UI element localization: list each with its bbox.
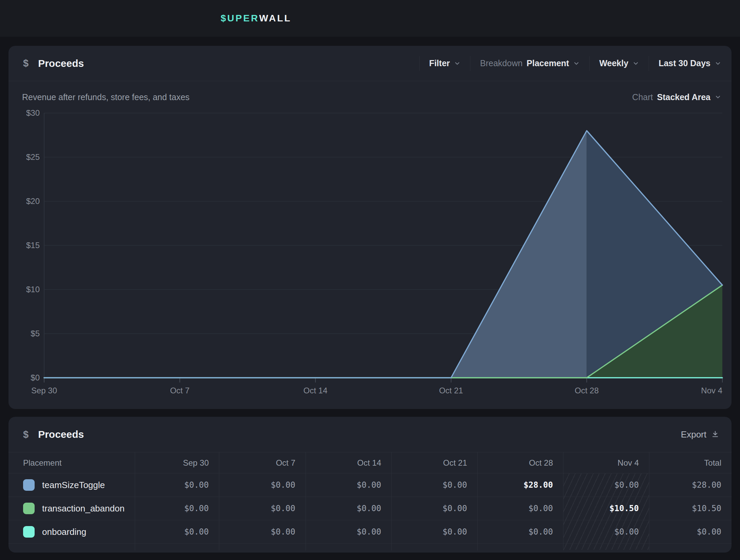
table-card-title: Proceeds — [38, 429, 84, 440]
y-tick-label: $30 — [8, 108, 40, 118]
placement-name: onboarding — [42, 527, 86, 537]
value-cell: $10.50 — [649, 497, 732, 520]
table-row: teamSizeToggle$0.00$0.00$0.00$0.00$28.00… — [8, 473, 732, 497]
table-header-row: PlacementSep 30Oct 7Oct 14Oct 21Oct 28No… — [8, 452, 732, 473]
column-header: Total — [649, 452, 732, 473]
value-cell: $0.00 — [306, 497, 391, 520]
y-tick-label: $10 — [8, 285, 40, 294]
value-cell: $28.00 — [477, 473, 563, 497]
column-header: Sep 30 — [135, 452, 219, 473]
x-tick-label: Oct 14 — [303, 386, 328, 395]
value-cell: $0.00 — [477, 520, 563, 543]
placement-cell[interactable]: transaction_abandon — [8, 497, 135, 520]
topbar: $UPERWALL — [0, 0, 740, 37]
placement-cell[interactable]: teamSizeToggle — [8, 473, 135, 497]
logo-accent: $UPER — [221, 13, 259, 24]
export-label: Export — [681, 429, 706, 440]
column-header: Oct 7 — [219, 452, 306, 473]
placement-name: teamSizeToggle — [42, 480, 105, 490]
value-cell: $10.50 — [563, 497, 649, 520]
value-cell: $0.00 — [306, 473, 391, 497]
export-button[interactable]: Export — [679, 417, 721, 452]
dollar-icon: $ — [23, 429, 29, 440]
x-tick-label: Oct 7 — [170, 386, 189, 395]
proceeds-chart-card: $ Proceeds Filter Breakdown Placement We… — [8, 46, 732, 409]
x-tick-label: Nov 4 — [701, 386, 722, 395]
page: $UPERWALL $ Proceeds Filter Breakdown Pl… — [0, 0, 740, 560]
value-cell: $28.00 — [649, 473, 732, 497]
column-header: Oct 14 — [306, 452, 391, 473]
column-header: Placement — [8, 452, 135, 473]
column-header: Nov 4 — [563, 452, 649, 473]
value-cell: $0.00 — [391, 520, 477, 543]
y-tick-label: $5 — [8, 329, 40, 338]
y-tick-label: $25 — [8, 152, 40, 162]
series-color-chip — [23, 503, 35, 514]
y-tick-label: $0 — [8, 373, 40, 382]
y-tick-label: $15 — [8, 241, 40, 250]
table-card-header: $ Proceeds Export — [8, 417, 732, 452]
table-row: onboarding$0.00$0.00$0.00$0.00$0.00$0.00… — [8, 520, 732, 544]
logo-rest: WALL — [259, 13, 291, 24]
value-cell: $0.00 — [135, 520, 219, 543]
value-cell: $0.00 — [219, 497, 306, 520]
table-card-title-group: $ Proceeds — [8, 429, 84, 440]
value-cell: $0.00 — [477, 497, 563, 520]
placement-name: transaction_abandon — [42, 503, 125, 514]
value-cell: $0.00 — [219, 520, 306, 543]
proceeds-table: PlacementSep 30Oct 7Oct 14Oct 21Oct 28No… — [8, 452, 732, 544]
value-cell: $0.00 — [219, 473, 306, 497]
proceeds-table-card: $ Proceeds Export PlacementSep 30Oct 7Oc… — [8, 417, 732, 553]
value-cell: $0.00 — [135, 473, 219, 497]
series-color-chip — [23, 526, 35, 538]
value-cell: $0.00 — [391, 497, 477, 520]
table-row: transaction_abandon$0.00$0.00$0.00$0.00$… — [8, 497, 732, 520]
value-cell: $0.00 — [135, 497, 219, 520]
superwall-logo[interactable]: $UPERWALL — [221, 0, 292, 37]
value-cell: $0.00 — [391, 473, 477, 497]
download-icon — [711, 430, 719, 438]
stacked-area-chart[interactable] — [8, 46, 732, 409]
column-header: Oct 21 — [391, 452, 477, 473]
value-cell: $0.00 — [306, 520, 391, 543]
y-tick-label: $20 — [8, 197, 40, 206]
column-header: Oct 28 — [477, 452, 563, 473]
value-cell: $0.00 — [649, 520, 732, 543]
x-tick-label: Oct 21 — [439, 386, 463, 395]
x-tick-label: Sep 30 — [31, 386, 57, 395]
value-cell: $0.00 — [563, 473, 649, 497]
series-color-chip — [23, 479, 35, 491]
placement-cell[interactable]: onboarding — [8, 520, 135, 543]
value-cell: $0.00 — [563, 520, 649, 543]
x-tick-label: Oct 28 — [575, 386, 599, 395]
